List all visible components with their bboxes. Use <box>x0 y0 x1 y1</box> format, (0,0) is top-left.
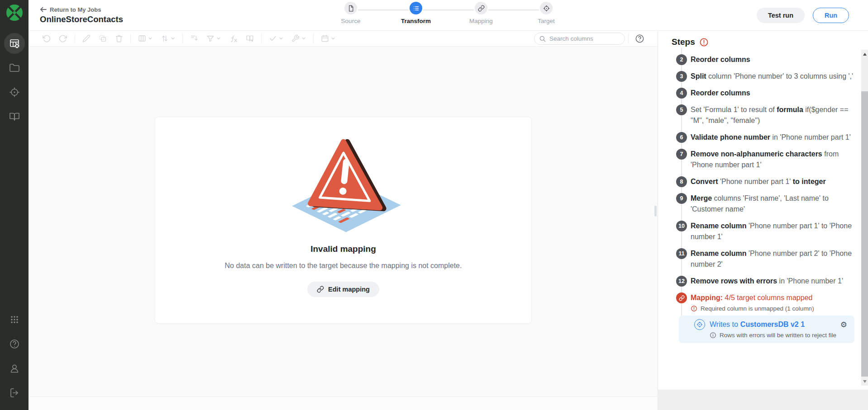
search-icon <box>539 35 546 42</box>
test-run-button[interactable]: Test run <box>757 8 805 23</box>
writes-note: Rows with errors will be written to reje… <box>710 332 847 339</box>
edit-mapping-button[interactable]: Edit mapping <box>307 282 379 297</box>
target-icon <box>696 321 703 328</box>
step-number-badge: 5 <box>676 104 687 115</box>
step-number-badge: 4 <box>676 88 687 99</box>
step-number-badge: 7 <box>676 149 687 160</box>
book-icon <box>9 111 20 122</box>
step-item[interactable]: 11Rename column 'Phone number part 2' to… <box>676 248 861 270</box>
steps-timeline: 2Reorder columns3Split column 'Phone num… <box>658 54 868 343</box>
sidebar-item-help[interactable] <box>4 334 25 354</box>
writes-to-text: Writes to CustomersDB v2 1 ⚙ <box>710 319 847 330</box>
edit-column-button[interactable] <box>78 33 95 44</box>
redo-icon <box>59 34 67 43</box>
table-clover-icon <box>9 38 20 49</box>
back-link-label: Return to My Jobs <box>50 6 101 13</box>
step-number-badge: 3 <box>676 71 687 82</box>
date-menu-button[interactable] <box>317 33 339 44</box>
sidebar-item-projects[interactable] <box>4 57 25 78</box>
step-item[interactable]: 9Merge columns 'First name', 'Last name'… <box>676 193 861 215</box>
step-description: Reorder columns <box>691 88 854 99</box>
step-item[interactable]: 5Set 'Formula 1' to result of formula if… <box>676 104 861 126</box>
writes-to-target-item[interactable]: Writes to CustomersDB v2 1 ⚙ Rows with e… <box>679 316 854 343</box>
list-icon <box>413 5 420 12</box>
mapping-status-text: Mapping: 4/5 target columns mapped <box>691 292 814 303</box>
chevron-down-icon <box>148 36 153 41</box>
duplicate-column-button[interactable] <box>95 33 111 44</box>
mapping-status-item[interactable]: Mapping: 4/5 target columns mapped Requi… <box>676 292 861 312</box>
stepper-step-source[interactable]: Source <box>318 2 383 24</box>
steps-list: 2Reorder columns3Split column 'Phone num… <box>676 54 861 287</box>
back-to-jobs-link[interactable]: Return to My Jobs <box>40 6 123 13</box>
validate-menu-button[interactable] <box>265 33 287 44</box>
invalid-mapping-illustration <box>280 135 407 241</box>
help-circle-icon <box>9 339 20 349</box>
document-icon <box>348 5 354 12</box>
undo-icon <box>42 34 51 43</box>
step-item[interactable]: 8Convert 'Phone number part 1' to intege… <box>676 176 861 187</box>
target-settings-gear-icon[interactable]: ⚙ <box>840 321 847 329</box>
date-icon <box>321 34 329 42</box>
chevron-down-icon <box>171 36 175 41</box>
clover-logo-icon[interactable] <box>5 3 24 22</box>
fill-down-button[interactable] <box>186 33 202 44</box>
help-button[interactable] <box>634 33 644 43</box>
stepper-step-target[interactable]: Target <box>514 2 579 24</box>
scroll-up-arrow[interactable] <box>861 51 868 57</box>
stepper-step-transform[interactable]: Transform <box>383 2 448 24</box>
lookup-button[interactable] <box>242 33 258 44</box>
fill-down-icon <box>190 34 198 42</box>
step-number-badge: 9 <box>676 193 687 204</box>
step-item[interactable]: 2Reorder columns <box>676 54 861 65</box>
link-icon <box>317 286 324 293</box>
sidebar-item-targets[interactable] <box>4 82 25 103</box>
pipeline-stepper: Source Transform <box>318 2 579 24</box>
alert-circle-icon <box>691 305 697 312</box>
steps-scrollbar-thumb[interactable] <box>861 91 868 377</box>
steps-panel: Steps 2Reorder columns3Split column 'Pho… <box>658 31 868 410</box>
empty-state-title: Invalid mapping <box>310 244 376 254</box>
delete-column-button[interactable] <box>111 33 127 44</box>
step-item[interactable]: 12Remove rows with errors in 'Phone numb… <box>676 276 861 287</box>
step-item[interactable]: 10Rename column 'Phone number part 1' to… <box>676 221 861 242</box>
chevron-down-icon <box>216 36 221 41</box>
sign-out-icon <box>9 387 20 398</box>
step-number-badge: 11 <box>676 248 687 259</box>
sidebar-item-apps[interactable] <box>4 309 25 330</box>
scroll-down-arrow[interactable] <box>861 378 868 385</box>
canvas-scrollbar-thumb[interactable] <box>654 206 657 217</box>
step-item[interactable]: 6Validate phone number in 'Phone number … <box>676 132 861 143</box>
step-description: Remove non-alphanumeric characters from … <box>691 149 854 170</box>
sidebar-item-account[interactable] <box>4 358 25 379</box>
filter-icon <box>206 34 215 42</box>
search-columns-box <box>534 33 625 45</box>
step-item[interactable]: 3Split column 'Phone number' to 3 column… <box>676 71 861 82</box>
sidebar-item-catalog[interactable] <box>4 106 25 127</box>
fix-menu-button[interactable] <box>287 33 310 44</box>
step-number-badge: 12 <box>676 276 687 287</box>
fix-icon <box>291 34 300 42</box>
steps-panel-title: Steps <box>672 37 695 47</box>
sort-menu-button[interactable] <box>157 33 179 44</box>
run-button[interactable]: Run <box>813 8 849 23</box>
filter-menu-button[interactable] <box>202 33 225 44</box>
sidebar-item-wrangler[interactable] <box>4 33 25 54</box>
steps-scrollbar-track <box>861 50 868 386</box>
columns-menu-button[interactable] <box>134 33 157 44</box>
person-icon <box>9 363 20 374</box>
sidebar-item-sign-out[interactable] <box>4 382 25 403</box>
target-icon <box>9 87 20 98</box>
redo-button[interactable] <box>55 33 72 44</box>
folder-icon <box>9 62 20 73</box>
step-item[interactable]: 7Remove non-alphanumeric characters from… <box>676 149 861 170</box>
search-columns-input[interactable] <box>549 35 620 42</box>
stepper-step-mapping[interactable]: Mapping <box>448 2 514 24</box>
top-header: Return to My Jobs OnlineStoreContacts So… <box>29 0 868 31</box>
step-item[interactable]: 4Reorder columns <box>676 88 861 99</box>
step-number-badge: 6 <box>676 132 687 143</box>
sort-icon <box>161 34 169 42</box>
undo-button[interactable] <box>38 33 55 44</box>
step-description: Convert 'Phone number part 1' to integer <box>691 176 854 187</box>
empty-state-description: No data can be written to the target bec… <box>225 262 462 270</box>
formula-button[interactable] <box>225 33 242 44</box>
